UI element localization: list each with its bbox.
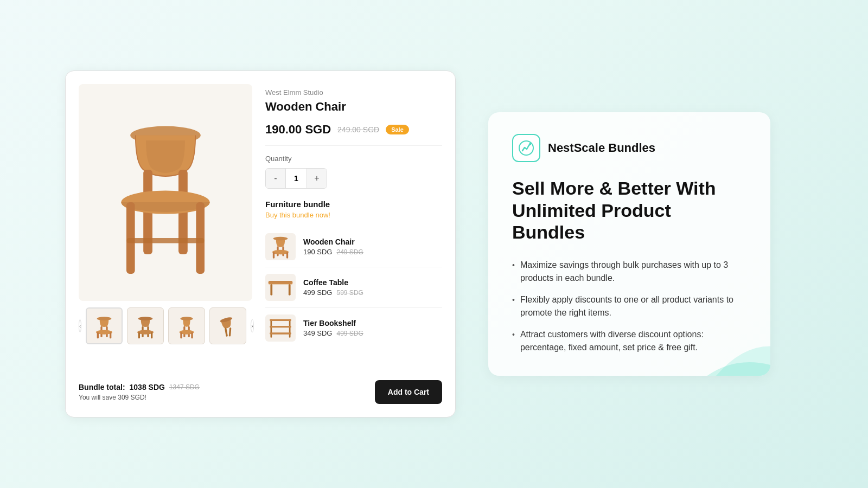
promo-card: NestScale Bundles Sell More & Better Wit… [488,112,770,376]
svg-point-13 [138,317,153,320]
bundle-item-1-prices: 190 SDG 249 SDG [303,248,442,256]
sale-badge: Sale [386,125,409,134]
svg-rect-40 [270,319,291,321]
svg-rect-12 [110,332,111,339]
promo-bullet-1: • Maximize savings through bulk purchase… [512,259,746,285]
nestscale-header: NestScale Bundles [512,134,746,162]
thumbnail-1[interactable] [86,307,123,344]
bundle-item-2-image [265,274,296,301]
main-product-image [79,84,252,301]
nestscale-logo-icon [518,140,534,156]
bundle-item-1-info: Wooden Chair 190 SDG 249 SDG [303,237,442,256]
bundle-item-2: Coffee Table 499 SDG 599 SDG [265,267,442,308]
quantity-control: - + [265,168,327,189]
svg-rect-36 [289,284,291,296]
quantity-decrease-button[interactable]: - [266,169,285,188]
thumbnail-3[interactable] [168,307,205,344]
svg-rect-38 [270,319,272,338]
bundle-item-3: Tier Bookshelf 349 SDG 499 SDG [265,308,442,348]
nestscale-logo [512,134,540,162]
nestscale-brand-name: NestScale Bundles [548,141,655,155]
promo-bullet-2: • Flexibly apply discounts to one or all… [512,293,746,319]
bundle-total-price: 1038 SDG [130,383,165,391]
bundle-item-2-info: Coffee Table 499 SDG 599 SDG [303,278,442,297]
promo-bullet-3: • Attract customers with diverse discoun… [512,328,746,354]
bundle-savings: You will save 309 SGD! [79,394,200,401]
svg-rect-27 [229,328,232,337]
promo-bullet-1-text: Maximize savings through bulk purchases … [520,259,746,285]
chevron-right-icon: › [251,323,253,329]
bundle-item-1-image [265,233,296,260]
svg-rect-11 [97,332,99,339]
svg-rect-6 [126,238,205,243]
thumbnail-row: ‹ [79,307,252,344]
thumbnail-4[interactable] [209,307,246,344]
next-thumbnail-button[interactable]: › [251,319,253,332]
bundle-title: Furniture bundle [265,200,442,209]
product-info: West Elmm Studio Wooden Chair 190.00 SGD… [265,84,442,371]
bundle-item-1-original-price: 249 SDG [336,248,363,256]
bundle-item-3-info: Tier Bookshelf 349 SDG 499 SDG [303,319,442,337]
bundle-item-2-prices: 499 SDG 599 SDG [303,288,442,297]
bundle-footer: Bundle total: 1038 SDG 1347 SDG You will… [79,380,442,404]
svg-rect-33 [286,252,288,259]
svg-rect-23 [181,332,182,339]
svg-point-19 [181,317,193,320]
promo-section: NestScale Bundles Sell More & Better Wit… [488,112,770,376]
svg-rect-35 [270,284,272,296]
svg-point-28 [273,237,288,241]
chevron-left-icon: ‹ [79,323,81,329]
promo-bullet-3-text: Attract customers with diverse discount … [520,328,746,354]
svg-rect-41 [270,326,291,328]
promo-bullet-2-text: Flexibly apply discounts to one or all p… [520,293,746,319]
svg-point-31 [272,250,289,254]
svg-point-7 [97,317,112,320]
bundle-item-1-price: 190 SDG [303,248,332,256]
bullet-dot-2: • [512,294,515,306]
svg-rect-37 [269,282,293,285]
bundle-item-3-image [265,314,296,342]
quantity-increase-button[interactable]: + [307,169,327,188]
bundle-item-2-original-price: 599 SDG [336,289,363,297]
bundle-item-2-name: Coffee Table [303,278,442,287]
prev-thumbnail-button[interactable]: ‹ [79,319,81,332]
add-to-cart-button[interactable]: Add to Cart [375,380,442,404]
svg-rect-42 [270,332,291,334]
svg-rect-24 [192,332,193,339]
bundle-item-3-price: 349 SDG [303,329,332,337]
bullet-dot-1: • [512,260,515,271]
svg-rect-18 [151,332,152,339]
svg-rect-32 [273,252,275,259]
bundle-total-row: Bundle total: 1038 SDG 1347 SDG [79,383,200,391]
bundle-item-3-original-price: 499 SDG [336,330,363,337]
bullet-dot-3: • [512,329,515,341]
bundle-total-info: Bundle total: 1038 SDG 1347 SDG You will… [79,383,200,401]
promo-bullets: • Maximize savings through bulk purchase… [512,259,746,354]
product-image-section: ‹ [79,84,252,371]
bundle-total-original-price: 1347 SDG [169,383,200,391]
bundle-item-1: Wooden Chair 190 SDG 249 SDG [265,227,442,267]
bundle-section: Furniture bundle Buy this bundle now! Wo… [265,200,442,348]
quantity-input[interactable] [285,169,307,188]
product-card: ‹ [65,70,456,418]
svg-rect-26 [225,328,228,337]
original-price: 249.00 SGD [337,125,379,134]
bundle-cta: Buy this bundle now! [265,211,442,219]
bundle-item-1-name: Wooden Chair [303,237,442,246]
thumbnail-2[interactable] [127,307,164,344]
product-title: Wooden Chair [265,100,442,114]
price-row: 190.00 SGD 249.00 SGD Sale [265,123,442,146]
bundle-items-list: Wooden Chair 190 SDG 249 SDG [265,227,442,348]
quantity-label: Quantity [265,155,442,163]
bundle-item-3-prices: 349 SDG 499 SDG [303,329,442,337]
svg-rect-17 [138,332,140,339]
bundle-item-2-price: 499 SDG [303,288,332,297]
bundle-item-3-name: Tier Bookshelf [303,319,442,328]
bundle-total-label: Bundle total: [79,383,125,391]
svg-rect-39 [289,319,291,338]
promo-headline: Sell More & Better With Unlimited Produc… [512,177,746,243]
current-price: 190.00 SGD [265,123,331,137]
brand-name: West Elmm Studio [265,88,442,97]
